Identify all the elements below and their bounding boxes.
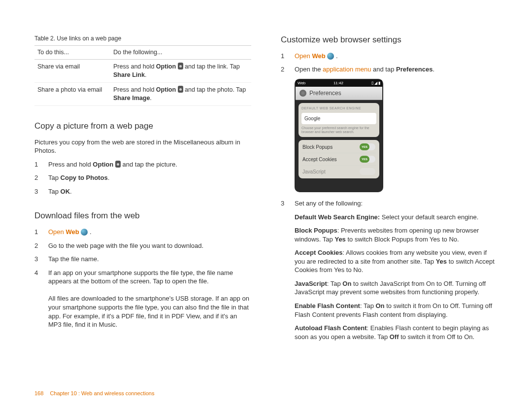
web-icon — [81, 229, 88, 236]
table-row: Share a photo via email Press and hold O… — [34, 82, 251, 105]
ss-hint: Choose your preferred search engine for … — [301, 126, 376, 134]
ss-panel-title: DEFAULT WEB SEARCH ENGINE — [301, 106, 376, 110]
left-column: Table 2. Use links on a web page To do t… — [34, 34, 251, 396]
toggle — [360, 168, 375, 175]
step-body: Set any of the following: Default Web Se… — [295, 199, 498, 346]
action-cell: Share via email — [34, 60, 110, 83]
step-number: 3 — [281, 199, 295, 346]
action-cell: Share a photo via email — [34, 82, 110, 105]
right-column: Customize web browser settings 1Open Web… — [281, 34, 498, 396]
download-steps: 1Open Web . 2Go to the web page with the… — [34, 228, 251, 329]
step-body: Open Web . — [295, 52, 498, 61]
step-body: Go to the web page with the file you wan… — [48, 241, 251, 250]
step-number: 3 — [34, 255, 48, 264]
toggle-yes: YES — [360, 143, 375, 150]
toggle-yes: YES — [360, 156, 375, 163]
ss-search-engine-field: Google — [301, 113, 376, 125]
copy-steps: 1Press and hold Option and tap the pictu… — [34, 160, 251, 196]
section-heading-download: Download files from the web — [34, 210, 251, 222]
option-key-icon — [115, 161, 121, 168]
web-icon — [327, 53, 334, 60]
step-number: 3 — [34, 187, 48, 196]
step-number: 4 — [34, 269, 48, 329]
page-number: 168 — [34, 390, 43, 396]
th-do: Do the following... — [110, 46, 251, 60]
ss-time: 11:42 — [333, 81, 343, 86]
step-body: If an app on your smartphone supports th… — [48, 269, 251, 329]
step-number: 1 — [34, 160, 48, 169]
preferences-screenshot: Web 11:42 ▯ ◢ ▮ Preferences DEFAULT WEB … — [295, 79, 383, 192]
page-footer: 168 Chapter 10 : Web and wireless connec… — [34, 390, 154, 396]
step-number: 1 — [34, 228, 48, 237]
step-number: 2 — [281, 65, 295, 74]
instruction-cell: Press and hold Option and tap the photo.… — [110, 82, 251, 105]
ss-app-name: Web — [298, 81, 305, 86]
gear-icon — [299, 90, 306, 97]
ss-panel-toggles: Block PopupsYES Accept CookiesYES JavaSc… — [299, 140, 379, 178]
option-key-icon — [178, 63, 183, 69]
customize-steps-cont: 3 Set any of the following: Default Web … — [281, 199, 498, 346]
chapter-label: Chapter 10 : Web and wireless connection… — [50, 390, 154, 396]
section-heading-customize: Customize web browser settings — [281, 34, 498, 46]
ss-header: Preferences — [296, 87, 382, 100]
ss-row: Block PopupsYES — [301, 141, 376, 153]
customize-steps: 1Open Web . 2Open the application menu a… — [281, 52, 498, 74]
ss-row: Accept CookiesYES — [301, 153, 376, 165]
table-caption: Table 2. Use links on a web page — [34, 34, 251, 42]
th-todo: To do this... — [34, 46, 110, 60]
option-key-icon — [178, 86, 183, 93]
ss-panel-search: DEFAULT WEB SEARCH ENGINE Google Choose … — [299, 103, 379, 137]
step-number: 1 — [281, 52, 295, 61]
step-body: Open the application menu and tap Prefer… — [295, 65, 498, 74]
ss-statusbar: Web 11:42 ▯ ◢ ▮ — [296, 80, 382, 87]
ss-status-icons: ▯ ◢ ▮ — [371, 81, 380, 86]
copy-intro: Pictures you copy from the web are store… — [34, 138, 251, 155]
step-body: Tap Copy to Photos. — [48, 173, 251, 182]
section-heading-copy: Copy a picture from a web page — [34, 121, 251, 132]
instruction-cell: Press and hold Option and tap the link. … — [110, 60, 251, 83]
manual-page: Table 2. Use links on a web page To do t… — [0, 0, 532, 411]
step-number: 2 — [34, 173, 48, 182]
step-body: Press and hold Option and tap the pictur… — [48, 160, 251, 169]
links-table: To do this... Do the following... Share … — [34, 45, 251, 105]
ss-header-title: Preferences — [309, 89, 341, 97]
step-body: Open Web . — [48, 228, 251, 237]
table-row: Share via email Press and hold Option an… — [34, 60, 251, 83]
ss-row: JavaScript — [301, 165, 376, 177]
step-body: Tap OK. — [48, 187, 251, 196]
step-number: 2 — [34, 241, 48, 250]
step-body: Tap the file name. — [48, 255, 251, 264]
